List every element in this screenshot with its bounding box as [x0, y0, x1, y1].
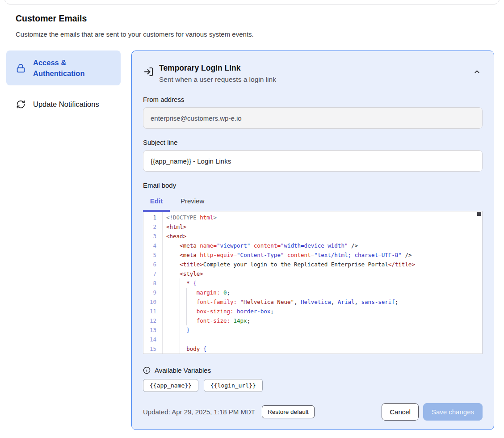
code-line: 15 body {: [143, 344, 482, 354]
indent-guide: [186, 354, 187, 354]
code-line-content: * {: [162, 278, 482, 288]
indent-guide: [180, 278, 180, 288]
chevron-up-icon: [473, 68, 481, 76]
code-line: 14: [143, 335, 482, 344]
code-line: 9 margin: 0;: [143, 288, 482, 297]
code-line-content: <title>Complete your login to the Replic…: [162, 260, 482, 269]
code-editor[interactable]: 1<!DOCTYPE html>2<html>3<head>4 <meta na…: [143, 211, 483, 354]
line-number: 15: [143, 344, 162, 354]
collapse-section-button[interactable]: [471, 66, 483, 79]
indent-guide: [180, 307, 180, 316]
code-line: 1<!DOCTYPE html>: [143, 213, 482, 222]
subject-line-input[interactable]: [143, 150, 483, 172]
updated-timestamp: Updated: Apr 29, 2025, 1:18 PM MDT: [143, 408, 255, 416]
code-line: 3<head>: [143, 232, 482, 241]
line-number: 9: [143, 288, 162, 297]
section-title: Temporary Login Link: [159, 63, 276, 74]
code-line: 4 <meta name="viewport" content="width=d…: [143, 241, 482, 250]
panel-header: Temporary Login Link Sent when a user re…: [143, 63, 483, 84]
code-line-content: font-size: 14px;: [162, 316, 482, 325]
variable-chip[interactable]: {{login_url}}: [204, 379, 263, 392]
variable-chips: {{app_name}}{{login_url}}: [143, 379, 483, 392]
line-number: 16: [143, 354, 162, 354]
tab-edit[interactable]: Edit: [143, 191, 170, 211]
code-line-content: font-family: "Helvetica Neue", Helvetica…: [162, 297, 482, 307]
indent-guide: [186, 316, 187, 325]
indent-guide: [180, 288, 180, 297]
code-line: 2<html>: [143, 222, 482, 232]
indent-guide: [180, 335, 180, 344]
code-line-content: [162, 335, 482, 344]
sidebar-item-label: Update Notifications: [33, 99, 99, 110]
line-number: 3: [143, 232, 162, 241]
code-line-content: <head>: [162, 232, 482, 241]
from-address-label: From address: [143, 96, 483, 103]
code-line: 13 }: [143, 325, 482, 335]
indent-guide: [186, 288, 187, 297]
subject-line-field-group: Subject line: [143, 139, 483, 172]
indent-guide: [180, 316, 180, 325]
email-body-group: Email body EditPreview 1<!DOCTYPE html>2…: [143, 181, 483, 354]
subject-line-label: Subject line: [143, 139, 483, 146]
page-description: Customize the emails that are sent to yo…: [16, 30, 488, 38]
line-number: 1: [143, 213, 162, 222]
code-line-content: body {: [162, 344, 482, 354]
from-address-input[interactable]: [143, 107, 483, 129]
code-line-content: margin: 0;: [162, 288, 482, 297]
code-line: 5 <meta http-equiv="Content-Type" conten…: [143, 250, 482, 260]
code-line-content: <html>: [162, 222, 482, 232]
indent-guide: [180, 344, 180, 354]
sidebar-item-access-authentication[interactable]: Access & Authentication: [6, 51, 121, 85]
panel-titles: Temporary Login Link Sent when a user re…: [159, 63, 276, 84]
code-line-content: <style>: [162, 269, 482, 278]
code-line-content: <!DOCTYPE html>: [162, 213, 482, 222]
lock-icon: [16, 63, 25, 73]
line-number: 8: [143, 278, 162, 288]
code-line-content: }: [162, 325, 482, 335]
indent-guide: [180, 297, 180, 307]
code-line-content: background-color: #f6f9fc;: [162, 354, 482, 354]
refresh-icon: [16, 100, 25, 109]
page-title: Customer Emails: [16, 13, 488, 24]
available-variables-header: Available Variables: [143, 366, 483, 374]
code-line: 8 * {: [143, 278, 482, 288]
sidebar-item-label: Access & Authentication: [33, 57, 113, 79]
code-line-content: <meta name="viewport" content="width=dev…: [162, 241, 482, 250]
sidebar-item-update-notifications[interactable]: Update Notifications: [6, 93, 121, 116]
email-body-label: Email body: [143, 181, 483, 189]
available-variables-label: Available Variables: [155, 366, 211, 374]
main-layout: Access & AuthenticationUpdate Notificati…: [6, 51, 494, 430]
previous-card-bottom-edge: [4, 0, 500, 4]
cancel-button[interactable]: Cancel: [382, 403, 419, 421]
code-line: 7 <style>: [143, 269, 482, 278]
line-number: 4: [143, 241, 162, 250]
info-icon: [143, 366, 151, 374]
section-subtitle: Sent when a user requests a login link: [159, 75, 276, 84]
page-header: Customer Emails Customize the emails tha…: [0, 0, 504, 38]
variable-chip[interactable]: {{app_name}}: [143, 379, 198, 392]
indent-guide: [180, 325, 180, 335]
line-number: 5: [143, 250, 162, 260]
indent-guide: [186, 297, 187, 307]
line-number: 11: [143, 307, 162, 316]
tab-preview[interactable]: Preview: [181, 191, 204, 211]
code-line-content: <meta http-equiv="Content-Type" content=…: [162, 250, 482, 260]
restore-default-button[interactable]: Restore default: [262, 405, 315, 418]
code-line: 6 <title>Complete your login to the Repl…: [143, 260, 482, 269]
code-line-content: box-sizing: border-box;: [162, 307, 482, 316]
email-settings-panel: Temporary Login Link Sent when a user re…: [131, 51, 494, 430]
line-number: 6: [143, 260, 162, 269]
login-icon: [143, 67, 154, 77]
line-number: 2: [143, 222, 162, 232]
code-line: 12 font-size: 14px;: [143, 316, 482, 325]
line-number: 12: [143, 316, 162, 325]
editor-tabs: EditPreview: [143, 191, 483, 211]
save-changes-button[interactable]: Save changes: [423, 403, 483, 421]
line-number: 10: [143, 297, 162, 307]
line-number: 14: [143, 335, 162, 344]
line-number: 7: [143, 269, 162, 278]
indent-guide: [186, 307, 187, 316]
code-line: 10 font-family: "Helvetica Neue", Helvet…: [143, 297, 482, 307]
line-number: 13: [143, 325, 162, 335]
code-line: 16 background-color: #f6f9fc;: [143, 354, 482, 354]
